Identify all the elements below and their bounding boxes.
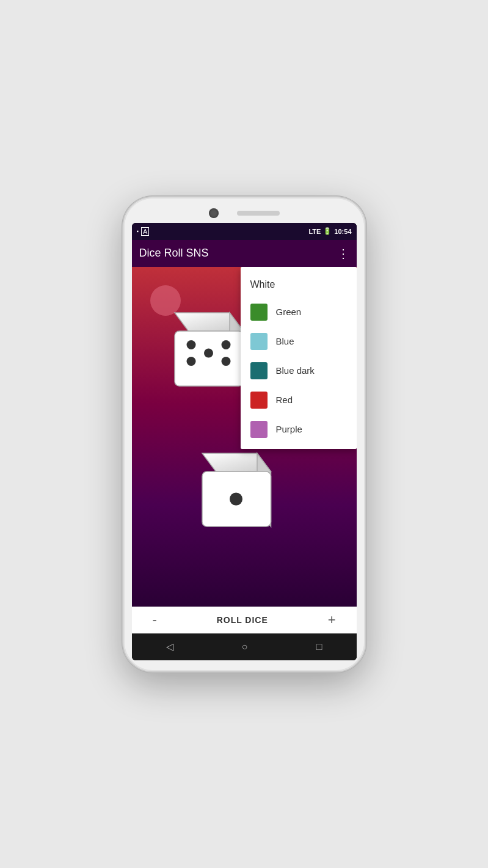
nav-bar: ◁ ○ □ xyxy=(132,633,357,660)
color-option-purple[interactable]: Purple xyxy=(241,415,357,444)
plus-button[interactable]: + xyxy=(322,610,342,630)
dropdown-header: White xyxy=(241,272,357,297)
sim-icon: ▪ xyxy=(137,228,139,235)
status-right: LTE 🔋 10:54 xyxy=(308,227,351,235)
back-button[interactable]: ◁ xyxy=(166,641,173,652)
roll-dice-button[interactable]: ROLL DICE xyxy=(217,615,268,625)
color-option-blue[interactable]: Blue xyxy=(241,327,357,356)
blue-dark-label: Blue dark xyxy=(276,365,315,376)
purple-label: Purple xyxy=(276,424,302,434)
status-left: ▪ A xyxy=(137,227,150,236)
red-swatch xyxy=(250,392,268,409)
main-content: White Green Blue Blue dark Red xyxy=(132,267,357,607)
svg-rect-2 xyxy=(175,331,244,386)
home-button[interactable]: ○ xyxy=(242,641,248,652)
svg-point-7 xyxy=(221,357,230,366)
red-label: Red xyxy=(276,395,293,405)
camera xyxy=(209,208,219,218)
minus-button[interactable]: - xyxy=(147,610,163,630)
dice-2-svg xyxy=(184,444,275,536)
color-option-blue-dark[interactable]: Blue dark xyxy=(241,356,357,385)
app-title: Dice Roll SNS xyxy=(139,247,337,260)
svg-point-6 xyxy=(221,340,230,349)
phone-shell: ▪ A LTE 🔋 10:54 Dice Roll SNS ⋮ xyxy=(122,196,366,673)
battery-icon: 🔋 xyxy=(323,227,332,235)
signal-label: LTE xyxy=(308,228,321,235)
overflow-menu-icon[interactable]: ⋮ xyxy=(337,246,349,261)
svg-point-4 xyxy=(186,357,195,366)
app-bar: Dice Roll SNS ⋮ xyxy=(132,240,357,267)
purple-swatch xyxy=(250,421,268,438)
blue-dark-swatch xyxy=(250,362,268,379)
blue-swatch xyxy=(250,333,268,350)
blue-label: Blue xyxy=(276,336,294,346)
svg-point-3 xyxy=(186,340,195,349)
recent-button[interactable]: □ xyxy=(316,641,322,652)
bottom-bar: - ROLL DICE + xyxy=(132,607,357,633)
a-icon: A xyxy=(141,227,149,236)
green-label: Green xyxy=(276,307,302,317)
time-label: 10:54 xyxy=(334,228,351,235)
color-option-red[interactable]: Red xyxy=(241,385,357,415)
dice-2 xyxy=(184,444,275,536)
green-swatch xyxy=(250,304,268,321)
speaker xyxy=(237,211,280,216)
svg-point-5 xyxy=(204,348,213,357)
status-bar: ▪ A LTE 🔋 10:54 xyxy=(132,223,357,240)
svg-point-11 xyxy=(230,492,242,505)
phone-top xyxy=(132,208,357,218)
dice-1 xyxy=(156,304,248,395)
phone-screen: ▪ A LTE 🔋 10:54 Dice Roll SNS ⋮ xyxy=(132,223,357,660)
dice-1-svg xyxy=(156,304,248,395)
color-option-green[interactable]: Green xyxy=(241,297,357,327)
dropdown-menu: White Green Blue Blue dark Red xyxy=(241,267,357,449)
